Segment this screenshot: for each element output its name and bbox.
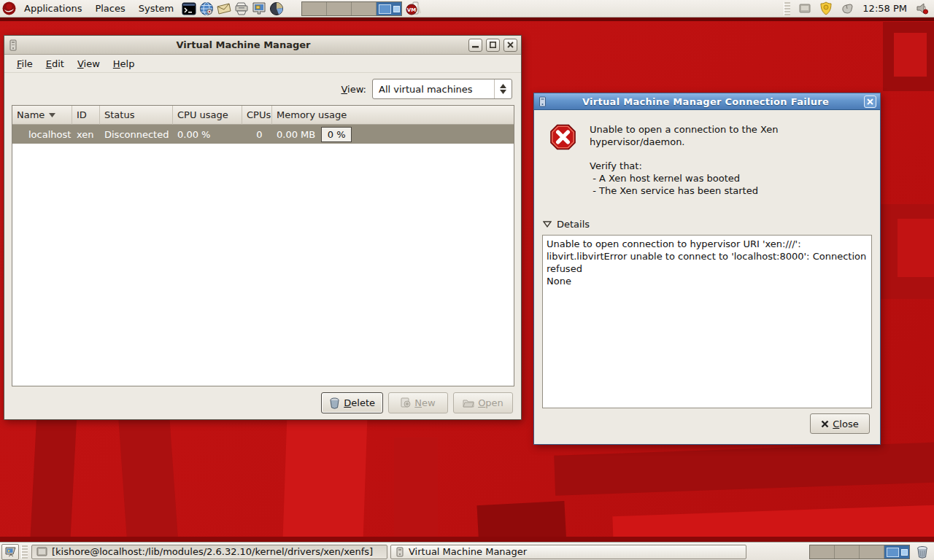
workspace-cell[interactable] [327,2,352,15]
column-label: Name [17,109,45,120]
web-browser-icon[interactable] [198,1,215,17]
workspace-cell[interactable] [835,545,860,559]
column-header-status[interactable]: Status [100,106,173,125]
vmm-menubar: File Edit View Help [4,55,521,73]
trash-icon[interactable] [914,544,931,560]
top-panel: Applications Places System VM [0,0,934,18]
view-label: View: [341,84,366,95]
workspace-cell[interactable] [302,2,327,15]
verify-item-2: - The Xen service has been started [590,184,869,197]
taskbar-item-label: [kishore@localhost:/lib/modules/2.6.32.1… [52,546,373,557]
vmm-action-buttons: Delete New Open [4,386,521,419]
menu-edit[interactable]: Edit [39,58,71,69]
system-monitor-icon[interactable] [268,1,285,17]
show-desktop-button[interactable] [1,544,19,560]
vmm-window: Virtual Machine Manager File Edit View H… [4,35,522,420]
maximize-button[interactable] [486,39,500,52]
printer-icon[interactable] [233,1,250,17]
distro-menu-icon[interactable] [0,1,18,17]
column-label: Memory usage [277,109,347,120]
view-combobox-value: All virtual machines [373,84,494,95]
taskbar-item-vmm[interactable]: Virtual Machine Manager [390,545,746,559]
input-device-icon[interactable] [838,1,856,17]
column-label: CPU usage [177,109,228,120]
error-stop-icon [549,123,576,151]
cell-status: Disconnected [100,129,173,140]
workspace-cell-active[interactable] [884,545,909,559]
workspace-cell-active[interactable] [377,2,401,15]
column-header-cpu-usage[interactable]: CPU usage [173,106,242,125]
delete-button[interactable]: Delete [321,392,383,413]
workspace-cell[interactable] [860,545,884,559]
screenshot-icon[interactable] [250,1,268,17]
cell-cpu-usage: 0.00 % [173,129,242,140]
expander-open-icon [543,221,552,228]
details-text-area[interactable]: Unable to open connection to hypervisor … [542,235,872,408]
vm-row-localhost[interactable]: localhost xen Disconnected 0.00 % 0 0.00… [12,125,514,144]
column-header-memory-usage[interactable]: Memory usage [272,106,514,125]
close-icon [867,98,873,105]
close-button[interactable] [503,39,517,52]
virt-manager-tray-icon[interactable]: VM [405,1,422,17]
view-filter-row: View: All virtual machines [4,73,521,105]
column-header-name[interactable]: Name [12,106,72,125]
open-button[interactable]: Open [453,392,513,413]
svg-text:VM: VM [407,7,416,13]
menu-file[interactable]: File [10,58,39,69]
minimize-button[interactable] [468,39,482,52]
menu-view[interactable]: View [71,58,107,69]
taskbar-item-terminal[interactable]: [kishore@localhost:/lib/modules/2.6.32.1… [31,545,387,559]
open-folder-icon [463,398,474,408]
dialog-body: Unable to open a connection to the Xen h… [534,110,880,444]
workspace-switcher-bottom[interactable] [809,545,910,559]
workspace-cell[interactable] [352,2,377,15]
details-expander[interactable]: Details [543,219,872,230]
memory-value: 0.00 MB [277,129,315,140]
wallpaper-shape [894,33,927,77]
column-header-id[interactable]: ID [72,106,100,125]
column-label: CPUs [247,109,271,120]
vmm-titlebar[interactable]: Virtual Machine Manager [4,36,521,55]
column-header-cpus[interactable]: CPUs [242,106,272,125]
notification-monitor-icon[interactable] [796,1,814,17]
open-label: Open [478,397,503,408]
close-x-icon [821,420,829,428]
view-combobox[interactable]: All virtual machines [372,79,512,99]
window-app-icon [8,39,18,51]
workspace-switcher-top[interactable] [301,1,402,16]
dialog-close-button[interactable]: Close [810,413,870,434]
column-label: Status [104,109,134,120]
vmm-window-icon [395,547,404,557]
panel-grip[interactable] [784,2,790,15]
details-label: Details [557,219,590,230]
clock[interactable]: 12:58 PM [860,3,910,14]
volume-muted-icon[interactable] [914,1,931,17]
vm-list-header: Name ID Status CPU usage CPUs Memory usa… [12,106,514,125]
email-icon[interactable] [215,1,233,17]
vmm-window-title: Virtual Machine Manager [22,39,465,50]
dialog-titlebar[interactable]: Virtual Machine Manager Connection Failu… [534,93,880,110]
terminal-icon[interactable] [180,1,198,17]
vm-list: Name ID Status CPU usage CPUs Memory usa… [12,105,514,386]
workspace-window-thumb [901,549,908,556]
workspace-cell[interactable] [810,545,835,559]
menu-help[interactable]: Help [107,58,142,69]
combobox-spinner-icon[interactable] [494,79,512,98]
trash-icon [329,397,340,409]
security-badge-icon[interactable] [817,1,835,17]
dialog-close-x-button[interactable] [864,96,876,108]
workspace-window-thumb [887,548,899,557]
dialog-title: Virtual Machine Manager Connection Failu… [551,96,860,107]
menu-system[interactable]: System [132,0,180,18]
menu-applications[interactable]: Applications [18,0,88,18]
cell-cpus: 0 [242,129,272,140]
wallpaper-shape [898,219,934,277]
verify-item-1: - A Xen host kernel was booted [590,172,869,184]
new-button[interactable]: New [388,392,448,413]
close-label: Close [833,419,858,429]
menu-places[interactable]: Places [88,0,131,18]
panel-grip[interactable] [21,545,28,559]
verify-heading: Verify that: [590,160,869,172]
terminal-window-icon [36,547,47,556]
column-label: ID [77,109,87,120]
